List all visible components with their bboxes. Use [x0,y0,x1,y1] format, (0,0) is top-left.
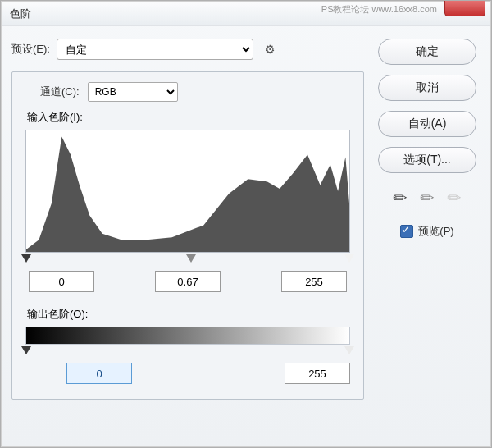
levels-group: 通道(C): RGB 输入色阶(I): [11,71,364,400]
output-shadow-slider-icon[interactable] [21,346,31,354]
highlight-slider-icon[interactable] [344,254,354,263]
output-highlight-input[interactable] [285,363,350,384]
titlebar: 色阶 PS教程论坛 www.16xx8.com [2,2,490,26]
midtone-slider-icon[interactable] [186,254,196,263]
channel-select[interactable]: RGB [88,82,178,102]
shadow-input[interactable] [29,271,94,292]
preset-select[interactable]: 自定 [57,39,253,60]
cancel-button[interactable]: 取消 [378,75,476,101]
channel-label: 通道(C): [40,85,80,99]
auto-button[interactable]: 自动(A) [378,111,476,137]
gear-icon[interactable]: ⚙ [265,43,276,56]
options-button[interactable]: 选项(T)... [378,147,476,173]
highlight-input[interactable] [281,271,347,292]
output-shadow-input[interactable] [66,363,132,384]
input-levels-label: 输入色阶(I): [27,110,350,125]
preset-label: 预设(E): [11,42,50,57]
eyedropper-white-icon[interactable]: ✎ [443,186,467,210]
eyedropper-black-icon[interactable]: ✎ [389,186,412,210]
preview-checkbox[interactable] [400,225,413,238]
watermark-text: PS教程论坛 www.16xx8.com [321,3,437,16]
output-slider[interactable] [25,346,350,358]
midtone-input[interactable] [155,271,221,292]
histogram-chart[interactable] [25,130,350,253]
output-gradient[interactable] [25,327,350,345]
output-levels-label: 输出色阶(O): [27,307,350,322]
shadow-slider-icon[interactable] [21,254,31,263]
close-button[interactable] [444,0,485,16]
window-title: 色阶 [10,7,31,20]
output-highlight-slider-icon[interactable] [344,346,354,354]
input-slider[interactable] [25,254,350,266]
eyedropper-gray-icon[interactable]: ✎ [416,186,440,210]
ok-button[interactable]: 确定 [378,39,476,65]
preview-label: 预览(P) [418,224,453,239]
